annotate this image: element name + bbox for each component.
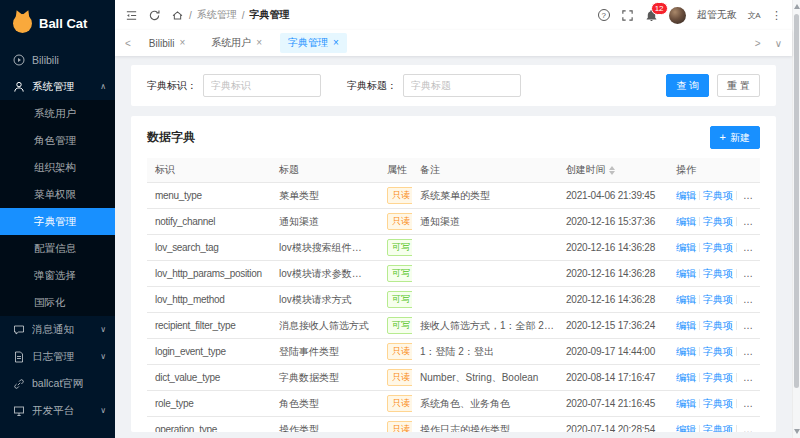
close-icon[interactable]: × [179,38,185,48]
new-button[interactable]: + 新建 [710,126,760,149]
edit-link[interactable]: 编辑 [676,216,696,227]
submenu-item[interactable]: 字典管理 [0,208,115,235]
table-row[interactable]: role_type 角色类型 只读 系统角色、业务角色 2020-07-14 2… [147,391,760,417]
table-row[interactable]: operation_type 操作类型 只读 操作日志的操作类型 2020-07… [147,417,760,433]
sidebar-item-system-management[interactable]: 系统管理 ∧ [0,73,115,100]
attr-cell: 只读 [379,391,412,417]
dict-items-link[interactable]: 字典项 [703,320,733,331]
col-header-created[interactable]: 创建时间 [562,158,672,183]
notification-bell[interactable]: 12 [645,9,658,22]
tabs-dropdown-icon[interactable]: ∨ [775,38,782,49]
more-icon[interactable]: ⋮ [771,9,782,22]
submenu-item[interactable]: 配置信息 [0,235,115,262]
tab-dict-management[interactable]: 字典管理 × [280,33,347,53]
dict-code-cell: operation_type [147,417,271,433]
reload-icon[interactable] [148,9,161,22]
scrollbar-down-arrow[interactable] [794,429,800,434]
edit-link[interactable]: 编辑 [676,268,696,279]
tabs-forward-arrow[interactable]: > [755,38,761,49]
row-actions: 编辑字典项删除 [672,313,760,339]
sidebar-item-ballcat-website[interactable]: ballcat官网 [0,370,115,397]
scrollbar-thumb[interactable] [794,14,799,388]
dict-code-cell: lov_http_method [147,287,271,313]
page-scrollbar[interactable] [792,0,800,438]
sidebar-item-dev-platform[interactable]: 开发平台 ∨ [0,397,115,424]
action-divider [736,347,737,356]
dict-items-link[interactable]: 字典项 [703,190,733,201]
edit-link[interactable]: 编辑 [676,424,696,433]
sidebar-item-log-management[interactable]: 日志管理 ∨ [0,343,115,370]
tabs-back-arrow[interactable]: < [125,38,131,49]
submenu-item[interactable]: 弹窗选择 [0,262,115,289]
edit-link[interactable]: 编辑 [676,294,696,305]
table-row[interactable]: lov_search_tag lov模块搜索组件标签 可写 2020-12-16… [147,235,760,261]
sidebar-item-bilibili[interactable]: Bilibili [0,46,115,73]
question-circle-icon[interactable]: ? [598,9,610,21]
username[interactable]: 超管无敌 [697,8,737,22]
table-row[interactable]: login_event_type 登陆事件类型 只读 1：登陆 2：登出 202… [147,339,760,365]
table-row[interactable]: menu_type 菜单类型 只读 系统菜单的类型 2021-04-06 21:… [147,183,760,209]
action-divider [736,321,737,330]
submenu-item[interactable]: 系统用户 [0,100,115,127]
sidebar-item-message-notify[interactable]: 消息通知 ∨ [0,316,115,343]
sidebar: Ball Cat Bilibili 系统管理 ∧ 系统用户角色管理组织架构菜单权… [0,0,115,438]
sort-caret-icons[interactable] [609,166,615,175]
home-icon[interactable] [171,9,184,22]
col-header-title: 标题 [271,158,379,183]
remark-cell: 操作日志的操作类型 [412,417,562,433]
query-button[interactable]: 查 询 [666,74,709,97]
fullscreen-icon[interactable] [621,9,634,22]
dict-title-label: 字典标题： [347,79,397,93]
tab-bilibili[interactable]: Bilibili × [141,35,193,52]
breadcrumb-item[interactable]: 系统管理 [197,8,237,22]
dict-title-input[interactable] [403,74,521,97]
submenu-item[interactable]: 菜单权限 [0,181,115,208]
breadcrumb-separator: / [242,10,245,21]
sidebar-item-label: 系统管理 [32,80,93,94]
close-icon[interactable]: × [333,38,339,48]
play-circle-icon [13,54,25,66]
table-row[interactable]: recipient_filter_type 消息接收人筛选方式 可写 接收人筛选… [147,313,760,339]
attr-tag: 只读 [387,213,412,230]
created-time-cell: 2020-12-16 14:36:28 [562,261,672,287]
dict-items-link[interactable]: 字典项 [703,216,733,227]
edit-link[interactable]: 编辑 [676,398,696,409]
dict-items-link[interactable]: 字典项 [703,268,733,279]
dict-items-link[interactable]: 字典项 [703,294,733,305]
table-row[interactable]: notify_channel 通知渠道 只读 通知渠道 2020-12-16 1… [147,209,760,235]
reset-button[interactable]: 重 置 [717,74,760,97]
submenu-item[interactable]: 组织架构 [0,154,115,181]
user-avatar[interactable] [669,7,686,24]
dict-table-card: 数据字典 + 新建 标识 标题 属性 [131,116,776,432]
dict-items-link[interactable]: 字典项 [703,372,733,383]
edit-link[interactable]: 编辑 [676,190,696,201]
row-actions: 编辑字典项删除 [672,365,760,391]
dict-items-link[interactable]: 字典项 [703,346,733,357]
submenu-item[interactable]: 角色管理 [0,127,115,154]
edit-link[interactable]: 编辑 [676,346,696,357]
translate-icon[interactable]: 文A [748,10,760,21]
app-window: Ball Cat Bilibili 系统管理 ∧ 系统用户角色管理组织架构菜单权… [0,0,800,438]
app-logo[interactable]: Ball Cat [0,0,115,46]
edit-link[interactable]: 编辑 [676,372,696,383]
action-divider [736,217,737,226]
submenu-item[interactable]: 国际化 [0,289,115,316]
search-form-card: 字典标识： 字典标题： 查 询 重 置 [131,65,776,106]
edit-link[interactable]: 编辑 [676,242,696,253]
table-row[interactable]: dict_value_type 字典数据类型 只读 Number、String、… [147,365,760,391]
table-row[interactable]: lov_http_params_position lov模块请求参数位置 可写 … [147,261,760,287]
edit-link[interactable]: 编辑 [676,320,696,331]
dict-code-cell: dict_value_type [147,365,271,391]
dict-items-link[interactable]: 字典项 [703,398,733,409]
attr-cell: 可写 [379,287,412,313]
tab-system-user[interactable]: 系统用户 × [203,33,270,53]
remark-cell: 接收人筛选方式，1：全部 2：用户角色 3... [412,313,562,339]
menu-fold-icon[interactable] [125,9,138,22]
dict-items-link[interactable]: 字典项 [703,242,733,253]
scrollbar-up-arrow[interactable] [794,4,800,9]
dict-code-input[interactable] [203,74,321,97]
dict-table: 标识 标题 属性 备注 创建时间 操作 menu_type 菜单类型 只读 系统… [147,158,760,432]
table-row[interactable]: lov_http_method lov模块请求方式 可写 2020-12-16 … [147,287,760,313]
close-icon[interactable]: × [256,38,262,48]
dict-items-link[interactable]: 字典项 [703,424,733,433]
